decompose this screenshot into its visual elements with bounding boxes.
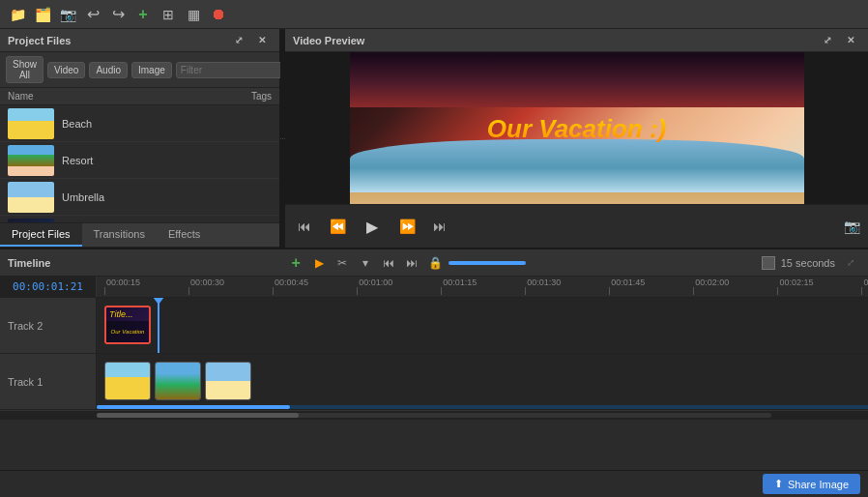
timeline-tools: + ▶ ✂ ▾ ⏮ ⏭ 🔒 <box>286 253 526 273</box>
file-item-beach[interactable]: Beach <box>0 105 279 142</box>
playhead-triangle <box>153 298 164 305</box>
title-clip[interactable]: Title... Our Vacation <box>104 306 151 344</box>
timeline-header: Timeline + ▶ ✂ ▾ ⏮ ⏭ 🔒 15 seconds ⤢ <box>0 249 868 277</box>
title-clip-label: Title... <box>106 307 149 321</box>
lock-button[interactable]: 🔒 <box>425 253 445 273</box>
skip-to-end-tl-button[interactable]: ⏭ <box>402 253 421 273</box>
add-icon[interactable]: + <box>133 5 153 24</box>
file-thumb-umbrella <box>8 182 54 213</box>
timeline-tracks: Track 2 Title... Our Vacation Track 1 <box>0 298 868 470</box>
timeline-seconds-display: 15 seconds ⤢ <box>762 253 860 273</box>
share-image-button[interactable]: ⬆ Share Image <box>763 474 860 494</box>
preview-maximize-icon[interactable]: ⤢ <box>818 31 837 50</box>
maximize-icon[interactable]: ⤢ <box>229 31 248 50</box>
media-icon[interactable]: ▦ <box>184 5 203 24</box>
tab-project-files[interactable]: Project Files <box>0 223 82 247</box>
snapshot-button[interactable]: 📷 <box>844 219 860 234</box>
file-thumb-title: Our Vacation <box>8 219 54 223</box>
arrow-tool-button[interactable]: ▶ <box>309 253 329 273</box>
track-2-content[interactable]: Title... Our Vacation <box>97 298 868 353</box>
skip-to-start-tl-button[interactable]: ⏮ <box>379 253 398 273</box>
file-item-resort[interactable]: Resort <box>0 142 279 179</box>
header-icons: ⤢ ✕ <box>229 31 272 50</box>
bottom-bar: ⬆ Share Image <box>0 470 868 497</box>
timecode-display: 00:00:01:21 <box>0 277 97 297</box>
file-thumb-beach <box>8 108 54 139</box>
track-2-label: Track 2 <box>0 298 97 353</box>
preview-close-icon[interactable]: ✕ <box>841 31 860 50</box>
title-clip-inner: Our Vacation <box>106 321 149 342</box>
toolbar: 📁 🗂️ 📷 ↩ ↪ + ⊞ ▦ ⏺ <box>0 0 868 29</box>
playhead[interactable] <box>158 298 159 353</box>
zoom-slider[interactable] <box>448 261 526 265</box>
record-icon[interactable]: ⏺ <box>209 5 228 24</box>
filter-audio[interactable]: Audio <box>89 62 128 78</box>
clip-resort[interactable] <box>155 362 201 400</box>
timeline-scrollbar <box>0 410 868 420</box>
grid-icon[interactable]: ⊞ <box>159 5 178 24</box>
cut-tool-button[interactable]: ✂ <box>333 253 352 273</box>
track-1-label: Track 1 <box>0 354 97 409</box>
video-preview-area: Our Vacation :) <box>285 52 868 204</box>
ruler-mark-6: 00:01:45 <box>609 278 645 295</box>
left-panel: Project Files ⤢ ✕ Show All Video Audio I… <box>0 29 280 248</box>
video-title-overlay: Our Vacation :) <box>487 113 666 143</box>
video-sky <box>350 52 804 107</box>
file-name-beach: Beach <box>62 118 92 130</box>
file-item-umbrella[interactable]: Umbrella <box>0 179 279 216</box>
skip-to-start-button[interactable]: ⏮ <box>293 215 316 238</box>
seconds-checkbox[interactable] <box>762 256 775 270</box>
play-button[interactable]: ▶ <box>359 213 386 240</box>
tab-effects[interactable]: Effects <box>157 223 212 247</box>
ruler-mark-5: 00:01:30 <box>525 278 561 295</box>
clip-umbrella[interactable] <box>205 362 251 400</box>
video-preview-header: Video Preview ⤢ ✕ <box>285 29 868 52</box>
folder-open-icon[interactable]: 📁 <box>8 5 27 24</box>
ruler-mark-3: 00:01:00 <box>357 278 392 295</box>
filter-show-all[interactable]: Show All <box>6 56 43 83</box>
video-controls: ⏮ ⏪ ▶ ⏩ ⏭ 📷 <box>285 204 868 248</box>
timeline-title: Timeline <box>8 257 50 269</box>
ruler-marks: 00:00:15 00:00:30 00:00:45 00:01:00 00:0… <box>97 277 868 297</box>
new-folder-icon[interactable]: 🗂️ <box>33 5 52 24</box>
seconds-label: 15 seconds <box>781 257 835 269</box>
filter-image[interactable]: Image <box>131 62 172 78</box>
step-back-button[interactable]: ⏪ <box>326 215 349 238</box>
add-track-button[interactable]: + <box>286 253 305 273</box>
close-panel-icon[interactable]: ✕ <box>252 31 272 50</box>
file-list-header: Name Tags <box>0 88 279 105</box>
timeline-ruler-row: 00:00:01:21 00:00:15 00:00:30 00:00:45 0… <box>0 277 868 298</box>
undo-icon[interactable]: ↩ <box>83 5 102 24</box>
project-files-title: Project Files <box>8 35 71 46</box>
file-name-resort: Resort <box>62 155 93 166</box>
timeline-area: Timeline + ▶ ✂ ▾ ⏮ ⏭ 🔒 15 seconds ⤢ 00:0… <box>0 248 868 470</box>
track-1-content[interactable] <box>97 354 868 409</box>
scrollbar-track[interactable] <box>97 413 771 418</box>
file-name-umbrella: Umbrella <box>62 191 104 203</box>
filter-video[interactable]: Video <box>47 62 85 78</box>
column-tags: Tags <box>214 91 272 102</box>
skip-to-end-button[interactable]: ⏭ <box>428 215 451 238</box>
dropdown-tool-button[interactable]: ▾ <box>356 253 375 273</box>
ruler-mark-0: 00:00:15 <box>104 278 140 295</box>
track-row-2: Track 2 Title... Our Vacation <box>0 298 868 354</box>
redo-icon[interactable]: ↪ <box>108 5 128 24</box>
file-item-title[interactable]: Our Vacation Title <box>0 216 279 222</box>
timeline-resize-icon[interactable]: ⤢ <box>841 253 860 273</box>
step-forward-button[interactable]: ⏩ <box>395 215 419 238</box>
tab-transitions[interactable]: Transitions <box>82 223 157 247</box>
project-files-header: Project Files ⤢ ✕ <box>0 29 279 52</box>
scrollbar-thumb[interactable] <box>97 413 299 418</box>
timeline-ruler[interactable]: 00:00:15 00:00:30 00:00:45 00:01:00 00:0… <box>97 277 868 297</box>
ruler-mark-8: 00:02:15 <box>777 278 813 295</box>
main-area: Project Files ⤢ ✕ Show All Video Audio I… <box>0 29 868 248</box>
right-panel: Video Preview ⤢ ✕ Our Vacation :) ⏮ ⏪ ▶ … <box>285 29 868 248</box>
ruler-mark-9: 00:02:30 <box>861 278 868 295</box>
track-row-1: Track 1 <box>0 354 868 410</box>
file-thumb-resort <box>8 145 54 176</box>
video-preview-title: Video Preview <box>293 35 364 46</box>
camera-icon[interactable]: 📷 <box>58 5 77 24</box>
clip-beach[interactable] <box>104 362 151 400</box>
video-sand <box>350 192 804 205</box>
ruler-mark-2: 00:00:45 <box>273 278 308 295</box>
